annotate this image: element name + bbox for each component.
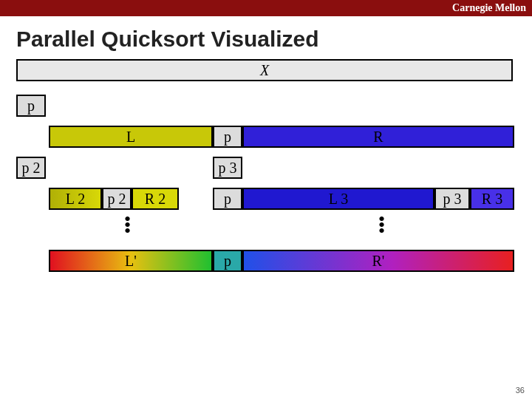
p-label: p [27,98,35,115]
org-label: Carnegie Mellon [452,2,526,14]
slide-title: Parallel Quicksort Visualized [0,16,532,59]
pivot-p-row5: p [213,188,242,210]
pivot-p-final: p [213,250,242,272]
segment-L: L [49,126,213,148]
segment-R: R [242,126,514,148]
segment-L2: L 2 [49,188,102,210]
pivot-p2: p 2 [16,157,46,179]
pivot-p3-small: p 3 [434,188,470,210]
segment-R2: R 2 [132,188,179,210]
p5-label: p [224,191,231,208]
p2s-label: p 2 [108,191,126,208]
segment-R3: R 3 [470,188,514,210]
p-mid-label: p [224,129,231,146]
pivot-p3: p 3 [213,157,242,179]
p2-label: p 2 [22,160,41,177]
segment-Rprime: R' [242,250,514,272]
segment-L3: L 3 [242,188,434,210]
L2-label: L 2 [66,191,85,208]
L3-label: L 3 [329,191,348,208]
ellipsis-right: ••• [378,214,385,232]
pivot-p-mid: p [213,126,242,148]
header-bar: Carnegie Mellon [0,0,532,16]
segment-Lprime: L' [49,250,213,272]
R3-label: R 3 [482,191,502,208]
X-label: X [260,62,269,79]
array-X: X [16,59,513,81]
ellipsis-left: ••• [124,214,131,232]
pivot-p: p [16,95,46,117]
L-label: L [126,129,135,146]
pivot-p2-small: p 2 [102,188,132,210]
Lprime-label: L' [125,253,137,270]
R-label: R [373,129,383,146]
p3-label: p 3 [219,160,237,177]
Rprime-label: R' [372,253,385,270]
page-number: 36 [516,386,525,395]
p7-label: p [224,253,231,270]
R2-label: R 2 [145,191,166,208]
p3s-label: p 3 [443,191,462,208]
